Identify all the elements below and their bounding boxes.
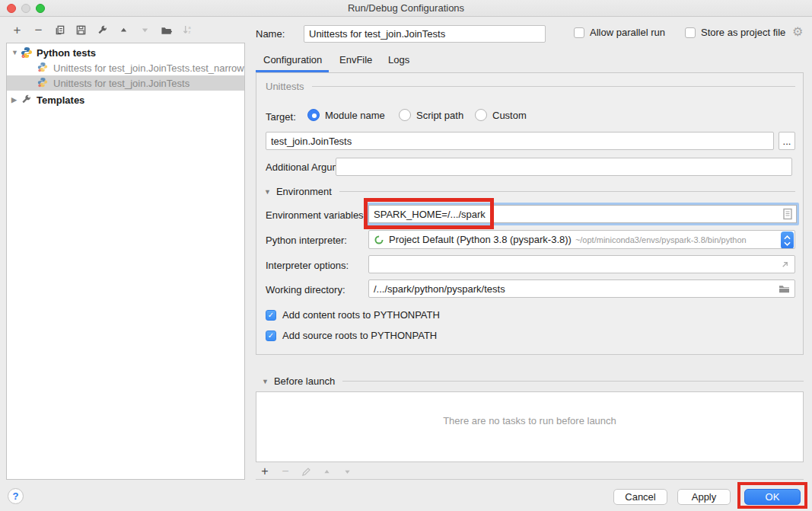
expand-field-icon[interactable] <box>780 260 790 272</box>
environment-section-title: Environment <box>276 186 332 197</box>
move-up-icon[interactable] <box>117 24 130 37</box>
tree-group-templates[interactable]: ▶ Templates <box>7 92 244 107</box>
before-launch-toolbar: + − <box>259 465 353 477</box>
python-interpreter-select[interactable]: Project Default (Python 3.8 (pyspark-3.8… <box>368 230 795 249</box>
help-button[interactable]: ? <box>8 488 24 504</box>
tab-envfile[interactable]: EnvFile <box>339 54 372 65</box>
radio-selected-icon[interactable] <box>307 109 320 121</box>
move-task-up-icon[interactable] <box>320 465 333 477</box>
tree-item-label: Unittests for test_join.JoinTests.test_n… <box>53 62 244 74</box>
title-bar: Run/Debug Configurations <box>0 0 812 17</box>
edit-templates-wrench-icon[interactable] <box>96 24 109 37</box>
add-task-icon[interactable]: + <box>259 465 271 477</box>
browse-target-button[interactable]: ... <box>779 132 795 150</box>
tree-item-jointests-selected[interactable]: Unittests for test_join.JoinTests <box>7 75 244 91</box>
section-divider <box>342 381 804 382</box>
target-radio-script-path[interactable]: Script path <box>399 109 463 121</box>
before-launch-empty-message: There are no tasks to run before launch <box>256 415 803 426</box>
radio-unselected-icon[interactable] <box>399 109 411 121</box>
ok-button[interactable]: OK <box>744 489 801 505</box>
section-divider <box>339 191 795 192</box>
additional-arguments-input[interactable] <box>336 158 792 176</box>
python-test-icon <box>37 62 49 74</box>
before-launch-section-title: Before launch <box>274 375 335 387</box>
chevron-collapsed-icon[interactable]: ▶ <box>11 96 21 104</box>
allow-parallel-run-checkbox[interactable]: Allow parallel run <box>574 27 665 38</box>
browse-env-vars-icon[interactable] <box>782 208 793 222</box>
radio-label: Module name <box>325 110 385 121</box>
tree-group-python-tests[interactable]: ▼ Python tests <box>7 45 244 60</box>
radio-unselected-icon[interactable] <box>475 109 487 121</box>
section-collapse-icon[interactable]: ▼ <box>264 188 271 196</box>
environment-variables-input[interactable] <box>368 205 797 223</box>
environment-variables-label: Environment variables: <box>266 209 366 221</box>
environment-variables-field-focus-ring <box>366 203 799 225</box>
remove-task-icon[interactable]: − <box>279 465 291 477</box>
move-down-icon[interactable] <box>139 24 151 37</box>
add-configuration-icon[interactable]: + <box>11 24 24 37</box>
environment-section-header[interactable]: ▼ Environment <box>264 186 795 197</box>
section-divider <box>312 86 795 87</box>
target-label: Target: <box>266 111 296 123</box>
edit-task-pencil-icon[interactable] <box>300 465 312 477</box>
select-stepper-icon[interactable] <box>781 232 794 249</box>
name-label: Name: <box>256 28 285 40</box>
chevron-expanded-icon[interactable]: ▼ <box>11 49 21 56</box>
svg-text:a: a <box>188 25 191 30</box>
settings-gear-icon[interactable]: ⚙ <box>792 24 803 39</box>
new-folder-icon[interactable] <box>160 24 173 37</box>
target-radio-module-name[interactable]: Module name <box>307 109 385 121</box>
tree-item-label: Python tests <box>37 47 96 59</box>
copy-configuration-icon[interactable] <box>53 24 66 37</box>
python-test-icon <box>37 77 49 89</box>
content-bottom-divider <box>256 479 804 480</box>
add-source-roots-checkbox[interactable]: ✓ Add source roots to PYTHONPATH <box>266 330 437 341</box>
configuration-panel: Unittests Target: Module name Script pat… <box>256 72 804 355</box>
interpreter-options-input[interactable] <box>368 255 795 273</box>
cancel-button[interactable]: Cancel <box>613 489 667 505</box>
working-directory-label: Working directory: <box>266 284 345 295</box>
interpreter-path: ~/opt/miniconda3/envs/pyspark-3.8/bin/py… <box>575 235 747 244</box>
run-debug-configurations-dialog: Run/Debug Configurations + − az ▼ <box>0 0 812 511</box>
add-content-roots-checkbox[interactable]: ✓ Add content roots to PYTHONPATH <box>266 309 440 321</box>
move-task-down-icon[interactable] <box>341 465 353 477</box>
store-as-project-file-label: Store as project file <box>701 27 785 38</box>
tree-item-test-narrow[interactable]: Unittests for test_join.JoinTests.test_n… <box>7 60 244 75</box>
python-tests-icon <box>21 46 33 59</box>
working-directory-input[interactable]: /.../spark/python/pyspark/tests <box>368 279 795 298</box>
radio-label: Custom <box>492 110 527 121</box>
configurations-toolbar: + − az <box>11 24 194 37</box>
interpreter-refresh-icon <box>374 235 384 245</box>
remove-configuration-icon[interactable]: − <box>32 24 45 37</box>
tree-item-label: Unittests for test_join.JoinTests <box>53 78 189 89</box>
checkbox-unchecked-icon[interactable] <box>685 27 696 38</box>
checkbox-unchecked-icon[interactable] <box>574 27 584 38</box>
tree-item-label: Templates <box>37 94 84 106</box>
store-as-project-file-checkbox[interactable]: Store as project file <box>685 27 785 38</box>
unittests-section-title: Unittests <box>266 81 304 92</box>
tab-configuration[interactable]: Configuration <box>263 54 322 65</box>
sort-alphabetically-icon[interactable]: az <box>181 24 194 37</box>
tab-logs[interactable]: Logs <box>388 54 409 65</box>
name-input[interactable] <box>304 25 546 43</box>
allow-parallel-run-label: Allow parallel run <box>590 27 665 38</box>
browse-folder-icon[interactable] <box>779 284 790 296</box>
checkbox-checked-icon[interactable]: ✓ <box>266 310 276 321</box>
radio-label: Script path <box>416 110 463 121</box>
checkbox-checked-icon[interactable]: ✓ <box>266 331 276 341</box>
save-configuration-icon[interactable] <box>75 24 88 37</box>
before-launch-section-header[interactable]: ▼ Before launch <box>262 375 804 387</box>
templates-wrench-icon <box>21 94 33 106</box>
before-launch-task-list[interactable]: There are no tasks to run before launch <box>256 391 804 462</box>
svg-text:z: z <box>188 30 190 34</box>
section-collapse-icon[interactable]: ▼ <box>262 378 269 385</box>
working-directory-value: /.../spark/python/pyspark/tests <box>374 283 505 295</box>
window-title: Run/Debug Configurations <box>0 2 812 14</box>
interpreter-options-label: Interpreter options: <box>266 260 349 271</box>
add-content-roots-label: Add content roots to PYTHONPATH <box>282 309 440 321</box>
apply-button[interactable]: Apply <box>677 489 731 505</box>
target-radio-custom[interactable]: Custom <box>475 109 527 121</box>
target-input[interactable] <box>266 132 774 150</box>
configurations-tree: ▼ Python tests Unittests for test_join.J… <box>6 43 245 480</box>
add-source-roots-label: Add source roots to PYTHONPATH <box>282 330 437 341</box>
